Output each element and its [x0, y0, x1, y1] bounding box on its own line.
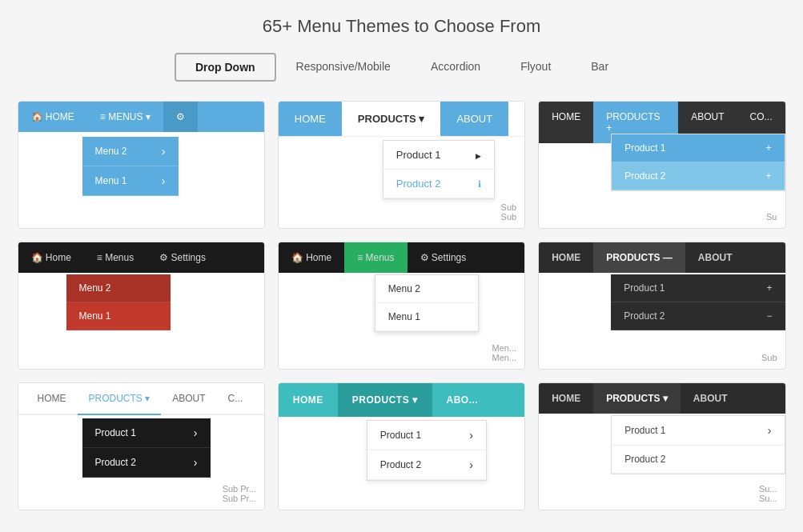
- card5-menu2: Menu 2: [375, 275, 478, 303]
- card1-menus: ≡ MENUS ▾: [87, 102, 163, 132]
- info-icon: [478, 178, 481, 190]
- theme-card-5[interactable]: 🏠 Home ≡ Menus ⚙ Settings Menu 2 Menu 1 …: [278, 242, 525, 370]
- card9-products: PRODUCTS ▾: [593, 383, 681, 414]
- card7-dropdown: Product 1 Product 2: [82, 418, 211, 478]
- card1-navbar: 🏠 HOME ≡ MENUS ▾ ⚙: [18, 102, 264, 132]
- card3-panel: Product 1 Product 2: [611, 134, 785, 191]
- card6-home: HOME: [539, 242, 593, 273]
- card1-menu2: Menu 2: [82, 137, 179, 166]
- theme-card-2[interactable]: HOME PRODUCTS ▾ ABOUT Product 1 Product …: [278, 101, 525, 229]
- card6-sub: Sub: [761, 353, 777, 362]
- card5-navbar: 🏠 Home ≡ Menus ⚙ Settings: [279, 242, 524, 273]
- card9-panel: Product 1 Product 2: [611, 415, 785, 474]
- card5-sub: Men...Men...: [492, 343, 517, 362]
- card8-product1: Product 1: [367, 421, 486, 450]
- card2-sub: SubSub: [501, 202, 517, 222]
- chevron-icon: [768, 424, 772, 437]
- card5-settings: ⚙ Settings: [408, 242, 480, 273]
- card8-home: HOME: [279, 383, 338, 417]
- card7-c: C...: [217, 383, 255, 414]
- card4-menus: ≡ Menus: [84, 242, 147, 273]
- card2-product2: Product 2: [383, 170, 494, 198]
- tab-flyout[interactable]: Flyout: [500, 53, 571, 82]
- theme-card-7[interactable]: HOME PRODUCTS ▾ ABOUT C... Product 1 Pro…: [18, 382, 265, 510]
- card7-sub: Sub Pr...Sub Pr...: [223, 484, 256, 503]
- tab-bar: Drop Down Responsive/Mobile Accordion Fl…: [16, 53, 787, 82]
- card4-dropdown: Menu 2 Menu 1: [66, 274, 171, 330]
- card6-products: PRODUCTS —: [593, 242, 685, 273]
- card4-settings: ⚙ Settings: [147, 242, 219, 273]
- page-title: 65+ Menu Themes to Choose From: [16, 16, 787, 37]
- card4-menu1: Menu 1: [66, 302, 171, 330]
- chevron-icon: [469, 429, 473, 442]
- card8-about: ABO...: [432, 383, 493, 417]
- card5-menus: ≡ Menus: [344, 242, 407, 273]
- theme-card-9[interactable]: HOME PRODUCTS ▾ ABOUT Product 1 Product …: [538, 382, 785, 510]
- card9-home: HOME: [539, 383, 593, 414]
- card2-products: PRODUCTS ▾: [342, 102, 441, 136]
- card1-dropdown: Menu 2 Menu 1: [82, 135, 179, 196]
- card3-product1: Product 1: [612, 134, 784, 162]
- card3-sub: Su: [766, 212, 777, 222]
- plus-icon: [765, 142, 771, 154]
- chevron-icon: [194, 426, 198, 439]
- chevron-icon: [162, 174, 166, 187]
- card1-menu1: Menu 1: [82, 166, 179, 196]
- card5-menu1: Menu 1: [375, 303, 478, 331]
- card4-home: 🏠 Home: [18, 242, 84, 273]
- card9-navbar: HOME PRODUCTS ▾ ABOUT: [539, 383, 785, 414]
- card2-navbar: HOME PRODUCTS ▾ ABOUT: [279, 102, 524, 137]
- minus-icon: [766, 310, 772, 322]
- tab-responsive[interactable]: Responsive/Mobile: [276, 53, 411, 82]
- card6-panel: Product 1 Product 2: [611, 274, 785, 330]
- tab-dropdown[interactable]: Drop Down: [175, 53, 276, 82]
- card7-products: PRODUCTS ▾: [78, 383, 162, 415]
- card2-home: HOME: [279, 102, 342, 136]
- card7-product2: Product 2: [82, 448, 211, 478]
- card4-menu2: Menu 2: [66, 274, 171, 302]
- card1-settings: ⚙: [163, 102, 198, 132]
- card3-home: HOME: [539, 102, 593, 143]
- tab-accordion[interactable]: Accordion: [411, 53, 500, 82]
- theme-card-1[interactable]: 🏠 HOME ≡ MENUS ▾ ⚙ Menu 2 Menu 1: [18, 101, 265, 229]
- card8-navbar: HOME PRODUCTS ▾ ABO...: [279, 383, 524, 417]
- chevron-icon: [162, 145, 166, 158]
- card9-sub: Su...Su...: [759, 484, 777, 503]
- card2-dropdown: Product 1 Product 2: [383, 140, 495, 199]
- arrow-right-icon: [476, 149, 481, 161]
- card3-product2: Product 2: [612, 162, 784, 190]
- card2-product1: Product 1: [383, 141, 494, 170]
- card8-dropdown: Product 1 Product 2: [367, 420, 487, 481]
- theme-card-4[interactable]: 🏠 Home ≡ Menus ⚙ Settings Menu 2 Menu 1: [18, 242, 265, 370]
- card9-about: ABOUT: [681, 383, 741, 414]
- card9-product1: Product 1: [612, 416, 784, 446]
- card6-product2: Product 2: [611, 302, 785, 330]
- card9-product2: Product 2: [612, 446, 784, 474]
- theme-card-6[interactable]: HOME PRODUCTS — ABOUT Product 1 Product …: [538, 242, 785, 370]
- card4-navbar: 🏠 Home ≡ Menus ⚙ Settings: [18, 242, 264, 273]
- card6-about: ABOUT: [685, 242, 745, 273]
- card1-home: 🏠 HOME: [18, 102, 87, 132]
- card7-about: ABOUT: [161, 383, 216, 414]
- card7-home: HOME: [26, 383, 78, 414]
- tab-bar[interactable]: Bar: [571, 53, 628, 82]
- card2-about: ABOUT: [440, 102, 508, 136]
- card7-navbar: HOME PRODUCTS ▾ ABOUT C...: [18, 383, 264, 415]
- theme-card-8[interactable]: HOME PRODUCTS ▾ ABO... Product 1 Product…: [278, 382, 525, 510]
- plus-icon: [766, 282, 772, 294]
- chevron-icon: [194, 456, 198, 469]
- card7-product1: Product 1: [82, 418, 211, 448]
- card6-product1: Product 1: [611, 274, 785, 302]
- theme-grid: 🏠 HOME ≡ MENUS ▾ ⚙ Menu 2 Menu 1 HOME PR…: [18, 101, 786, 510]
- card8-products: PRODUCTS ▾: [338, 383, 432, 417]
- card5-home: 🏠 Home: [279, 242, 344, 273]
- card5-dropdown: Menu 2 Menu 1: [375, 274, 479, 332]
- chevron-icon: [469, 458, 473, 471]
- card8-product2: Product 2: [367, 450, 486, 480]
- theme-card-3[interactable]: HOME PRODUCTS + ABOUT CO... Product 1 Pr…: [538, 101, 785, 229]
- card6-navbar: HOME PRODUCTS — ABOUT: [539, 242, 785, 273]
- plus-icon: [765, 170, 771, 182]
